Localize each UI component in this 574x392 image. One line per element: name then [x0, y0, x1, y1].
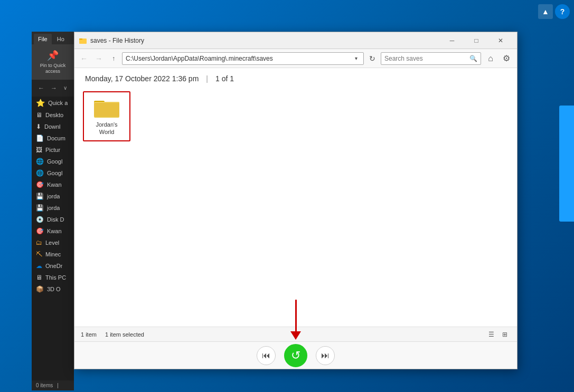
- content-status-bar: 1 item 1 item selected ☰ ⊞: [74, 327, 517, 341]
- date-separator: |: [206, 74, 208, 83]
- ribbon-content: 📌 Pin to Quick access: [32, 44, 74, 80]
- sidebar-item-jorda1[interactable]: 💾 jorda: [32, 190, 74, 202]
- sidebar-item-quickaccess[interactable]: ⭐ Quick a: [32, 97, 74, 109]
- sidebar-item-downloads[interactable]: ⬇ Downl: [32, 121, 74, 132]
- thispc-icon: 🖥: [36, 274, 42, 281]
- sidebar-item-label: Deskto: [45, 112, 63, 118]
- title-bar-icon: [79, 36, 87, 45]
- sidebar-item-label: Minec: [45, 251, 61, 257]
- search-input[interactable]: [384, 55, 469, 62]
- sidebar-status-sep: |: [57, 383, 59, 388]
- desktop: ▲ ? File Ho 📌 Pin to Quick access ← → ∨ …: [0, 0, 574, 392]
- date-header: Monday, 17 October 2022 1:36 pm | 1 of 1: [74, 68, 517, 87]
- pin-to-quick-access-button[interactable]: 📌 Pin to Quick access: [35, 47, 71, 77]
- svg-rect-1: [79, 39, 82, 40]
- drive1-icon: 💾: [36, 193, 44, 200]
- sidebar-item-diskd[interactable]: 💿 Disk D: [32, 214, 74, 225]
- minimize-button[interactable]: ─: [440, 32, 464, 49]
- forward-button[interactable]: →: [92, 52, 105, 65]
- sidebar-item-label: Quick a: [48, 100, 68, 106]
- sidebar-item-label: Kwan: [47, 228, 62, 234]
- close-button[interactable]: ✕: [488, 32, 513, 49]
- sidebar-item-label: Pictur: [45, 147, 60, 153]
- up-button[interactable]: ↑: [107, 52, 120, 65]
- sidebar-item-label: Googl: [47, 158, 62, 165]
- folder-icon: [94, 97, 119, 119]
- sidebar-back-btn[interactable]: ←: [36, 83, 46, 93]
- sidebar-item-label: jorda: [47, 193, 60, 199]
- kwan2-icon: 🎯: [36, 227, 44, 235]
- sidebar-item-onedrive[interactable]: ☁ OneDr: [32, 260, 74, 272]
- tiles-view-button[interactable]: ⊞: [499, 329, 511, 340]
- sidebar-item-pictures[interactable]: 🖼 Pictur: [32, 144, 74, 156]
- quickaccess-icon: ⭐: [36, 99, 45, 107]
- ribbon-tab-home[interactable]: Ho: [53, 34, 69, 44]
- details-view-button[interactable]: ☰: [485, 329, 497, 340]
- status-right: ☰ ⊞: [485, 329, 511, 340]
- kwan-icon: 🎯: [36, 181, 44, 188]
- sidebar-item-kwan[interactable]: 🎯 Kwan: [32, 179, 74, 190]
- sidebar-item-label: Kwan: [47, 181, 62, 188]
- address-bar: ← → ↑ ▾ ↻ 🔍 ⌂ ⚙: [74, 49, 517, 68]
- status-left: 1 item 1 item selected: [81, 331, 144, 338]
- sidebar-forward-btn[interactable]: →: [49, 83, 59, 93]
- sidebar-item-documents[interactable]: 📄 Docum: [32, 132, 74, 144]
- sidebar-item-jorda2[interactable]: 💾 jorda: [32, 202, 74, 214]
- downloads-icon: ⬇: [36, 123, 41, 130]
- sidebar-item-desktop[interactable]: 🖥 Deskto: [32, 109, 74, 121]
- sidebar-item-label: OneDr: [45, 263, 62, 269]
- sidebar-item-minecraft[interactable]: ⛏ Minec: [32, 248, 74, 260]
- sidebar-status: 0 items |: [32, 380, 74, 390]
- settings-button[interactable]: ⚙: [499, 51, 514, 66]
- search-wrapper: 🔍: [381, 52, 481, 65]
- search-icon[interactable]: 🔍: [469, 54, 477, 63]
- content-area: Monday, 17 October 2022 1:36 pm | 1 of 1…: [74, 68, 517, 341]
- sidebar-item-label: Downl: [44, 123, 61, 130]
- address-input-wrapper: ▾: [122, 52, 364, 65]
- sidebar-item-label: Disk D: [47, 216, 64, 223]
- desktop-icon: 🖥: [36, 111, 42, 119]
- folder-item-jordans-world[interactable]: Jordan's World: [83, 91, 130, 141]
- home-button[interactable]: ⌂: [483, 51, 498, 66]
- sidebar-item-label: Level: [45, 240, 59, 246]
- restore-button[interactable]: ↺: [284, 344, 307, 367]
- taskbar-right: ▲ ?: [538, 4, 570, 19]
- file-grid[interactable]: Jordan's World: [74, 87, 517, 327]
- disk-icon: 💿: [36, 216, 44, 223]
- maximize-button[interactable]: □: [464, 32, 488, 49]
- pin-icon: 📌: [47, 50, 59, 61]
- sidebar-item-3do[interactable]: 📦 3D O: [32, 283, 74, 295]
- sidebar-item-label: Docum: [47, 135, 65, 141]
- page-info: 1 of 1: [215, 74, 234, 83]
- items-selected: 1 item selected: [105, 331, 144, 338]
- title-bar: saves - File History ─ □ ✕: [74, 32, 517, 49]
- sidebar-item-level[interactable]: 🗂 Level: [32, 237, 74, 248]
- sidebar-ribbon: File Ho: [32, 32, 74, 44]
- level-icon: 🗂: [36, 239, 42, 246]
- refresh-button[interactable]: ↻: [366, 52, 379, 65]
- sidebar-item-thispc[interactable]: 🖥 This PC: [32, 272, 74, 283]
- file-history-window: saves - File History ─ □ ✕ ← → ↑ ▾ ↻ 🔍 ⌂: [74, 32, 517, 369]
- sidebar-items: ⭐ Quick a 🖥 Deskto ⬇ Downl 📄 Docum 🖼 Pic…: [32, 97, 74, 380]
- minecraft-icon: ⛏: [36, 251, 42, 258]
- sidebar-chevron[interactable]: ∨: [61, 84, 69, 92]
- address-input[interactable]: [126, 55, 352, 62]
- back-button[interactable]: ←: [78, 52, 90, 65]
- sidebar-item-kwan2[interactable]: 🎯 Kwan: [32, 225, 74, 237]
- taskbar-chevron-up[interactable]: ▲: [538, 4, 553, 19]
- pictures-icon: 🖼: [36, 146, 42, 154]
- pin-label: Pin to Quick access: [37, 63, 69, 74]
- sidebar-item-google1[interactable]: 🌐 Googl: [32, 156, 74, 167]
- address-dropdown-chevron[interactable]: ▾: [352, 54, 360, 63]
- next-button[interactable]: ⏭: [316, 346, 335, 365]
- previous-button[interactable]: ⏮: [257, 346, 276, 365]
- 3do-icon: 📦: [36, 285, 44, 293]
- drive2-icon: 💾: [36, 204, 44, 212]
- title-bar-text: saves - File History: [90, 37, 440, 44]
- ribbon-tab-file[interactable]: File: [34, 34, 52, 44]
- nav-controls: ⏮ ↺ ⏭: [74, 341, 517, 369]
- restore-icon: ↺: [291, 349, 300, 362]
- title-bar-controls: ─ □ ✕: [440, 32, 513, 49]
- taskbar-help[interactable]: ?: [555, 4, 570, 19]
- sidebar-item-google2[interactable]: 🌐 Googl: [32, 167, 74, 179]
